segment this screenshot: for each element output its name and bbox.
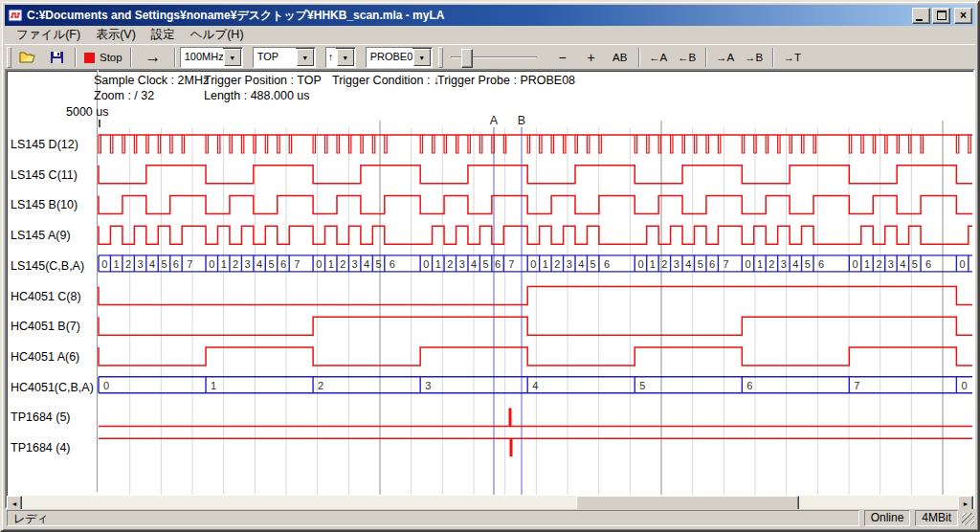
status-memory: 4MBit — [915, 510, 958, 526]
zoom-slider — [451, 48, 537, 67]
maximize-button[interactable] — [932, 8, 950, 24]
dropdown-arrow-icon[interactable]: ▼ — [413, 49, 431, 66]
app-icon — [8, 8, 23, 23]
sample-clock-combo[interactable]: 100MHz ▼ — [180, 47, 243, 68]
trigger-edge-combo[interactable]: ↑ ▼ — [325, 47, 356, 68]
menu-item-settings[interactable]: 設定 — [144, 25, 183, 45]
open-file-button[interactable] — [13, 47, 42, 68]
run-arrow-icon: → — [145, 48, 161, 67]
app-window: C:¥Documents and Settings¥noname¥デスクトップ¥… — [0, 0, 980, 532]
minimize-button[interactable] — [912, 8, 930, 24]
toolbar-separator — [705, 48, 707, 67]
toolbar-separator — [130, 48, 132, 67]
status-online: Online — [864, 510, 911, 526]
sample-clock-value: 100MHz — [181, 48, 223, 67]
plus-icon: + — [588, 50, 595, 65]
close-button[interactable]: × — [954, 8, 972, 24]
toolbar: Stop → 100MHz ▼ TOP ▼ ↑ ▼ PROBE00 ▼ − + … — [5, 44, 975, 70]
toolbar-separator — [638, 48, 640, 67]
waveform-client-area — [5, 69, 975, 509]
set-cursor-b-button[interactable]: →B — [740, 47, 768, 68]
stop-button[interactable]: Stop — [80, 47, 126, 68]
zoom-slider-handle[interactable] — [461, 49, 473, 68]
goto-cursor-a-button[interactable]: ←A — [644, 47, 673, 68]
trigger-probe-value: PROBE00 — [367, 48, 412, 67]
zoom-ab-button[interactable]: AB — [606, 47, 635, 68]
ab-label: AB — [612, 52, 627, 63]
stop-label: Stop — [100, 52, 122, 63]
trigger-edge-value: ↑ — [326, 48, 336, 67]
minimize-icon — [916, 19, 923, 21]
open-folder-icon — [19, 51, 36, 64]
titlebar: C:¥Documents and Settings¥noname¥デスクトップ¥… — [5, 5, 975, 26]
close-icon: × — [960, 11, 967, 20]
set-cursor-a-button[interactable]: →A — [711, 47, 740, 68]
goto-b-label: ←B — [678, 52, 696, 63]
set-b-label: →B — [745, 52, 763, 63]
resize-grip-icon[interactable] — [962, 513, 974, 525]
menu-item-file[interactable]: ファイル(F) — [9, 25, 88, 45]
window-title: C:¥Documents and Settings¥noname¥デスクトップ¥… — [27, 8, 910, 24]
menubar: ファイル(F)表示(V)設定ヘルプ(H) — [5, 26, 975, 44]
menu-item-view[interactable]: 表示(V) — [88, 25, 144, 45]
goto-cursor-b-button[interactable]: ←B — [673, 47, 702, 68]
maximize-icon — [937, 11, 947, 20]
dropdown-arrow-icon[interactable]: ▼ — [224, 49, 241, 66]
status-message: レディ — [7, 510, 859, 526]
zoom-in-button[interactable]: + — [577, 47, 606, 68]
run-button[interactable]: → — [136, 47, 170, 68]
goto-trigger-button[interactable]: →T — [778, 47, 807, 68]
trigger-position-value: TOP — [254, 48, 296, 67]
toolbar-grip — [438, 47, 443, 68]
stop-icon — [84, 53, 95, 63]
minus-icon: − — [559, 50, 567, 65]
goto-a-label: ←A — [649, 52, 667, 63]
statusbar: レディ Online 4MBit — [5, 509, 975, 527]
toolbar-separator — [772, 48, 774, 67]
save-button[interactable] — [42, 47, 71, 68]
trigger-probe-combo[interactable]: PROBE00 ▼ — [366, 47, 433, 68]
menu-item-help[interactable]: ヘルプ(H) — [183, 25, 252, 45]
dropdown-arrow-icon[interactable]: ▼ — [297, 49, 314, 66]
trigger-position-combo[interactable]: TOP ▼ — [253, 47, 316, 68]
goto-t-label: →T — [783, 52, 801, 63]
toolbar-grip — [7, 47, 11, 68]
floppy-icon — [50, 51, 64, 64]
set-a-label: →A — [716, 52, 734, 63]
dropdown-arrow-icon[interactable]: ▼ — [337, 49, 354, 66]
toolbar-separator — [75, 48, 77, 67]
zoom-out-button[interactable]: − — [548, 47, 577, 68]
toolbar-separator — [174, 48, 176, 67]
